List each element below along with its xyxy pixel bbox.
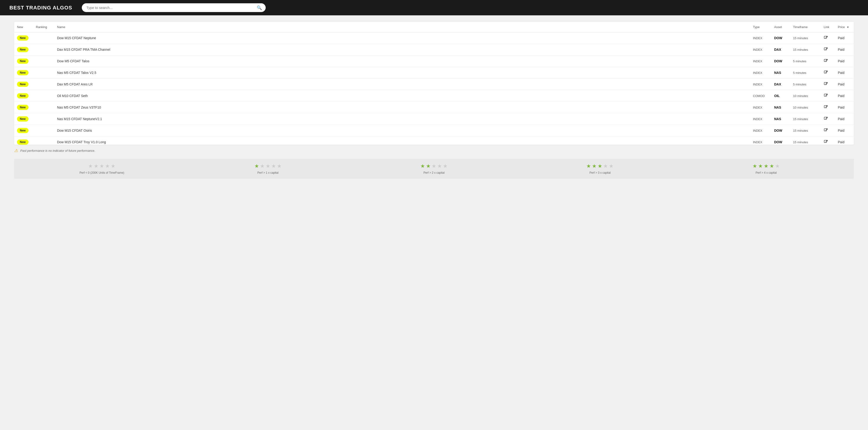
new-badge: New bbox=[17, 82, 29, 87]
cell-timeframe: 10 minutes bbox=[790, 102, 821, 113]
cell-new: New bbox=[14, 90, 33, 102]
table-row[interactable]: New Nas M15 CFDAT NeptuneV2.1 INDEX NAS … bbox=[14, 113, 854, 125]
cell-asset: DAX bbox=[771, 79, 790, 90]
cell-type: INDEX bbox=[750, 102, 771, 113]
disclaimer-text: Past performance is no indicator of futu… bbox=[20, 149, 95, 152]
table-row[interactable]: New Dow M15 CFDAT Troy V1.0 Long INDEX D… bbox=[14, 136, 854, 145]
star: ★ bbox=[758, 163, 763, 169]
cell-price: Paid bbox=[835, 44, 854, 55]
table-row[interactable]: New Dax M5 CFDAT Ares LR INDEX DAX 5 min… bbox=[14, 79, 854, 90]
star: ★ bbox=[94, 163, 98, 169]
star: ★ bbox=[420, 163, 425, 169]
cell-new: New bbox=[14, 67, 33, 79]
external-link-icon[interactable] bbox=[824, 59, 828, 63]
star: ★ bbox=[271, 163, 276, 169]
cell-asset: NAS bbox=[771, 113, 790, 125]
table-row[interactable]: New Nas M5 CFDAT Talos V2.5 INDEX NAS 5 … bbox=[14, 67, 854, 79]
sort-indicator: ▼ bbox=[846, 26, 849, 29]
cell-ranking bbox=[33, 79, 54, 90]
cell-link[interactable] bbox=[821, 125, 835, 136]
cell-link[interactable] bbox=[821, 102, 835, 113]
external-link-icon[interactable] bbox=[824, 70, 828, 75]
cell-name: Nas M5 CFDAT Talos V2.5 bbox=[54, 67, 750, 79]
stars: ★★★★★ bbox=[586, 163, 614, 169]
new-badge: New bbox=[17, 128, 29, 133]
external-link-icon[interactable] bbox=[824, 128, 828, 133]
warning-icon: ⚠ bbox=[14, 148, 18, 153]
search-input[interactable] bbox=[82, 3, 266, 12]
cell-asset: NAS bbox=[771, 67, 790, 79]
rating-label: Perf > 4 x capital bbox=[755, 171, 777, 174]
star: ★ bbox=[443, 163, 448, 169]
external-link-icon[interactable] bbox=[824, 47, 828, 52]
cell-link[interactable] bbox=[821, 90, 835, 102]
cell-name: Dax M5 CFDAT Ares LR bbox=[54, 79, 750, 90]
new-badge: New bbox=[17, 93, 29, 98]
table-row[interactable]: New Dow M5 CFDAT Talos INDEX DOW 5 minut… bbox=[14, 55, 854, 67]
search-wrapper: 🔍 bbox=[82, 3, 266, 12]
main-content: New Ranking Name Type Asset bbox=[0, 15, 868, 183]
cell-asset: DOW bbox=[771, 136, 790, 145]
external-link-icon[interactable] bbox=[824, 140, 828, 144]
rating-label: Perf > 2 x capital bbox=[424, 171, 444, 174]
table-row[interactable]: New Dow M15 CFDAT Neptune INDEX DOW 15 m… bbox=[14, 32, 854, 44]
rating-item: ★★★★★ Perf > 4 x capital bbox=[683, 163, 849, 174]
table-row[interactable]: New Dow M15 CFDAT Osiris INDEX DOW 15 mi… bbox=[14, 125, 854, 136]
table-scroll-area[interactable]: New Ranking Name Type Asset bbox=[14, 22, 854, 145]
cell-name: Nas M5 CFDAT Zeus V3TF10 bbox=[54, 102, 750, 113]
external-link-icon[interactable] bbox=[824, 93, 828, 98]
new-badge: New bbox=[17, 59, 29, 64]
table-row[interactable]: New Oil M10 CFDAT Seth COMOD OIL 10 minu… bbox=[14, 90, 854, 102]
external-link-icon[interactable] bbox=[824, 36, 828, 40]
cell-link[interactable] bbox=[821, 55, 835, 67]
cell-ranking bbox=[33, 136, 54, 145]
star: ★ bbox=[609, 163, 614, 169]
cell-timeframe: 15 minutes bbox=[790, 125, 821, 136]
cell-new: New bbox=[14, 113, 33, 125]
star: ★ bbox=[260, 163, 265, 169]
cell-price: Paid bbox=[835, 136, 854, 145]
cell-link[interactable] bbox=[821, 136, 835, 145]
cell-new: New bbox=[14, 44, 33, 55]
cell-ranking bbox=[33, 67, 54, 79]
cell-name: Dax M15 CFDAT PRA TMA Channel bbox=[54, 44, 750, 55]
cell-price: Paid bbox=[835, 32, 854, 44]
cell-timeframe: 15 minutes bbox=[790, 113, 821, 125]
cell-type: COMOD bbox=[750, 90, 771, 102]
cell-link[interactable] bbox=[821, 32, 835, 44]
star: ★ bbox=[764, 163, 769, 169]
star: ★ bbox=[111, 163, 116, 169]
cell-ranking bbox=[33, 113, 54, 125]
cell-link[interactable] bbox=[821, 113, 835, 125]
cell-timeframe: 15 minutes bbox=[790, 44, 821, 55]
star: ★ bbox=[437, 163, 442, 169]
star: ★ bbox=[277, 163, 282, 169]
cell-timeframe: 10 minutes bbox=[790, 90, 821, 102]
star: ★ bbox=[603, 163, 608, 169]
col-header-new: New bbox=[14, 22, 33, 32]
col-header-asset: Asset bbox=[771, 22, 790, 32]
external-link-icon[interactable] bbox=[824, 82, 828, 86]
cell-timeframe: 5 minutes bbox=[790, 67, 821, 79]
external-link-icon[interactable] bbox=[824, 105, 828, 109]
cell-price: Paid bbox=[835, 125, 854, 136]
cell-link[interactable] bbox=[821, 79, 835, 90]
star: ★ bbox=[254, 163, 259, 169]
cell-link[interactable] bbox=[821, 67, 835, 79]
star: ★ bbox=[586, 163, 591, 169]
new-badge: New bbox=[17, 70, 29, 75]
cell-timeframe: 15 minutes bbox=[790, 32, 821, 44]
star: ★ bbox=[598, 163, 602, 169]
star: ★ bbox=[105, 163, 110, 169]
table-row[interactable]: New Nas M5 CFDAT Zeus V3TF10 INDEX NAS 1… bbox=[14, 102, 854, 113]
cell-type: INDEX bbox=[750, 113, 771, 125]
star: ★ bbox=[266, 163, 270, 169]
cell-link[interactable] bbox=[821, 44, 835, 55]
col-header-price[interactable]: Price ▼ bbox=[835, 22, 854, 32]
table-row[interactable]: New Dax M15 CFDAT PRA TMA Channel INDEX … bbox=[14, 44, 854, 55]
external-link-icon[interactable] bbox=[824, 117, 828, 121]
cell-new: New bbox=[14, 102, 33, 113]
cell-price: Paid bbox=[835, 113, 854, 125]
cell-name: Dow M15 CFDAT Troy V1.0 Long bbox=[54, 136, 750, 145]
app-header: BEST TRADING ALGOS 🔍 bbox=[0, 0, 868, 15]
